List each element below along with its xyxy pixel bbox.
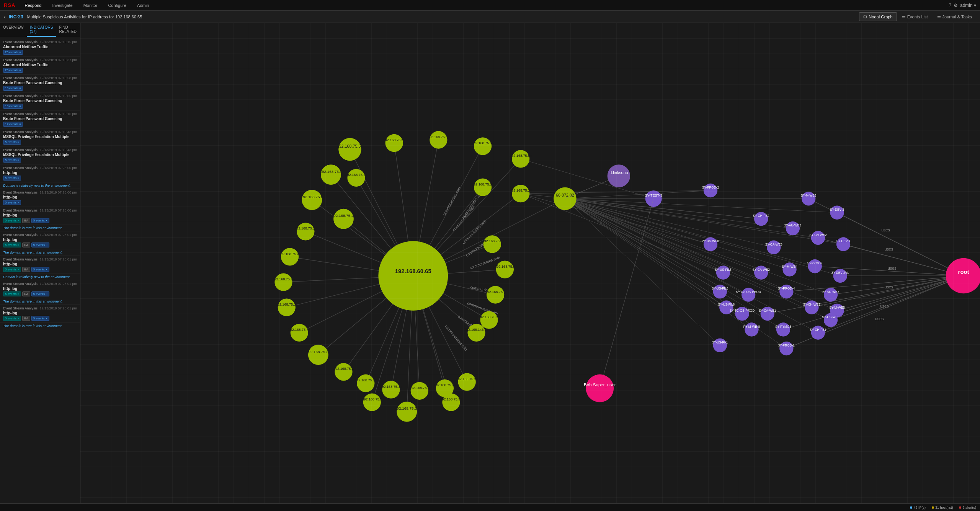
center-node[interactable] xyxy=(378,241,448,311)
svg-point-112 xyxy=(474,179,492,196)
event-tag2[interactable]: 5 events × xyxy=(31,291,49,296)
list-item[interactable]: Event Stream Analysis 12/13/2019 07:28:0… xyxy=(0,231,80,249)
svg-point-106 xyxy=(512,150,529,168)
svg-text:192.168.75.26: 192.168.75.26 xyxy=(510,189,532,192)
back-button[interactable]: ‹ xyxy=(4,14,6,20)
settings-icon[interactable]: ⚙ xyxy=(954,3,958,8)
list-item[interactable]: Event Stream Analysis 12/13/2019 07:28:0… xyxy=(0,280,80,298)
event-tag[interactable]: 10 events × xyxy=(3,86,23,91)
svg-point-122 xyxy=(281,248,299,265)
event-tag[interactable]: 26 events × xyxy=(3,68,23,73)
nodal-graph-svg[interactable]: communicates with communicates with comm… xyxy=(80,23,980,503)
ea-tag[interactable]: EA xyxy=(22,218,30,223)
purple-nodes[interactable]: SY-TEST-3 SY-PROD-2 SY-CH-FE2 SY-M-WE3 S… xyxy=(645,184,851,356)
indicator-type: Event Stream Analysis xyxy=(3,40,38,44)
svg-text:192.168.75.41: 192.168.75.41 xyxy=(288,328,310,332)
list-item[interactable]: Event Stream Analysis 12/13/2019 07:19:1… xyxy=(0,111,80,129)
svg-point-158 xyxy=(467,324,485,342)
event-tag[interactable]: 5 events × xyxy=(3,316,21,321)
tab-indicators[interactable]: INDICATORS (17) xyxy=(27,23,56,37)
list-item[interactable]: Event Stream Analysis 12/13/2019 07:18:5… xyxy=(0,75,80,93)
svg-text:SY-PROD-4: SY-PROD-4 xyxy=(778,287,795,290)
indicator-time: 12/13/2019 07:28:00 pm xyxy=(39,166,77,170)
svg-text:SY-M-WE5: SY-M-WE5 xyxy=(829,306,845,309)
hostlist-count-label: 31 host(list) xyxy=(935,506,953,509)
list-item[interactable]: Event Stream Analysis 12/13/2019 07:28:0… xyxy=(0,256,80,274)
svg-point-124 xyxy=(274,273,292,291)
list-item[interactable]: Event Stream Analysis 12/13/2019 07:28:0… xyxy=(0,189,80,207)
ea-tag[interactable]: EA xyxy=(22,267,30,272)
list-item[interactable]: Event Stream Analysis 12/13/2019 07:18:1… xyxy=(0,39,80,57)
list-item[interactable]: Event Stream Analysis 12/13/2019 07:19:0… xyxy=(0,93,80,111)
ip-dot xyxy=(910,506,912,509)
event-tag[interactable]: 12 events × xyxy=(3,122,23,127)
indicator-type: Event Stream Analysis xyxy=(3,58,38,62)
indicator-time: 12/13/2019 07:28:01 pm xyxy=(39,233,77,237)
event-tag2[interactable]: 5 events × xyxy=(31,242,49,247)
event-tag[interactable]: 5 events × xyxy=(3,140,21,145)
nav-monitor[interactable]: Monitor xyxy=(82,3,99,8)
tab-overview[interactable]: OVERVIEW xyxy=(0,23,27,37)
event-tag2[interactable]: 5 events × xyxy=(31,267,49,272)
tab-find-related[interactable]: FIND RELATED xyxy=(56,23,80,37)
svg-text:192.168.75.3: 192.168.75.3 xyxy=(409,386,430,390)
list-item[interactable]: Event Stream Analysis 12/13/2019 07:28:0… xyxy=(0,305,80,323)
edges-purple xyxy=(521,159,843,348)
event-tag[interactable]: 5 events × xyxy=(3,176,21,181)
event-tag[interactable]: 10 events × xyxy=(3,104,23,109)
indicator-time: 12/13/2019 07:19:43 pm xyxy=(39,130,77,134)
svg-text:SY-CH-WE1: SY-CH-WE1 xyxy=(803,303,821,306)
help-icon[interactable]: ? xyxy=(949,3,951,8)
list-item[interactable]: Event Stream Analysis 12/13/2019 07:28:0… xyxy=(0,164,80,182)
list-item[interactable]: Event Stream Analysis 12/13/2019 07:19:4… xyxy=(0,146,80,164)
indicator-name: http-log xyxy=(3,286,77,291)
event-tag[interactable]: 5 events × xyxy=(3,218,21,223)
svg-text:192.168.75.51: 192.168.75.51 xyxy=(440,397,462,401)
svg-text:192.168.75.24: 192.168.75.24 xyxy=(395,406,419,410)
svg-point-136 xyxy=(382,381,400,398)
svg-line-81 xyxy=(831,276,964,320)
event-tag[interactable]: 5 events × xyxy=(3,200,21,205)
svg-line-74 xyxy=(565,199,818,332)
ea-tag[interactable]: EA xyxy=(22,291,30,296)
tab-journal-tasks[interactable]: ☰ Journal & Tasks xyxy=(933,12,976,21)
svg-point-146 xyxy=(397,402,417,422)
svg-point-152 xyxy=(496,260,514,278)
status-hostlist-count: 31 host(list) xyxy=(932,506,953,509)
indicator-time: 12/13/2019 07:28:01 pm xyxy=(39,282,77,286)
svg-point-150 xyxy=(483,235,501,253)
svg-text:SY-CH-FE1: SY-CH-FE1 xyxy=(810,328,826,332)
ea-tag[interactable]: EA xyxy=(22,316,30,321)
event-tag[interactable]: 26 events × xyxy=(3,50,23,55)
tab-events-list[interactable]: ☰ Events List xyxy=(898,12,932,21)
svg-text:SY-TC-OB-PROD: SY-TC-OB-PROD xyxy=(730,309,755,312)
domain-note: Domain is relatively new to the environm… xyxy=(0,274,80,280)
indicator-name: Abnormal Netflow Traffic xyxy=(3,63,77,67)
root-node[interactable]: root xyxy=(946,258,980,294)
top-nav: RSA Respond Investigate Monitor Configur… xyxy=(0,0,980,11)
graph-area[interactable]: communicates with communicates with comm… xyxy=(80,23,980,503)
list-item[interactable]: Event Stream Analysis 12/13/2019 07:19:4… xyxy=(0,129,80,146)
event-tag[interactable]: 5 events × xyxy=(3,267,21,272)
svg-text:192.168.146.71: 192.168.146.71 xyxy=(464,328,488,332)
svg-line-59 xyxy=(565,199,818,238)
svg-point-154 xyxy=(487,286,504,303)
indicator-name: http-log xyxy=(3,311,77,315)
event-tag[interactable]: 5 events × xyxy=(3,242,21,247)
event-tag2[interactable]: 5 events × xyxy=(31,316,49,321)
tab-nodal-graph[interactable]: ⬡ Nodal Graph xyxy=(859,12,897,21)
user-label[interactable]: admin ▾ xyxy=(960,3,976,8)
list-item[interactable]: Event Stream Analysis 12/13/2019 07:18:3… xyxy=(0,57,80,75)
svg-text:192.168.75.8: 192.168.75.8 xyxy=(301,195,323,199)
svg-text:192.168.75.51: 192.168.75.51 xyxy=(337,144,363,148)
list-item[interactable]: Event Stream Analysis 12/13/2019 07:28:0… xyxy=(0,207,80,225)
event-tag[interactable]: 5 events × xyxy=(3,158,21,163)
nodal-graph-icon: ⬡ xyxy=(863,14,867,19)
nav-investigate[interactable]: Investigate xyxy=(51,3,74,8)
event-tag[interactable]: 5 events × xyxy=(3,291,21,296)
nav-configure[interactable]: Configure xyxy=(106,3,128,8)
nav-respond[interactable]: Respond xyxy=(23,3,43,8)
nav-admin[interactable]: Admin xyxy=(136,3,150,8)
ea-tag[interactable]: EA xyxy=(22,242,30,247)
event-tag2[interactable]: 5 events × xyxy=(31,218,49,223)
